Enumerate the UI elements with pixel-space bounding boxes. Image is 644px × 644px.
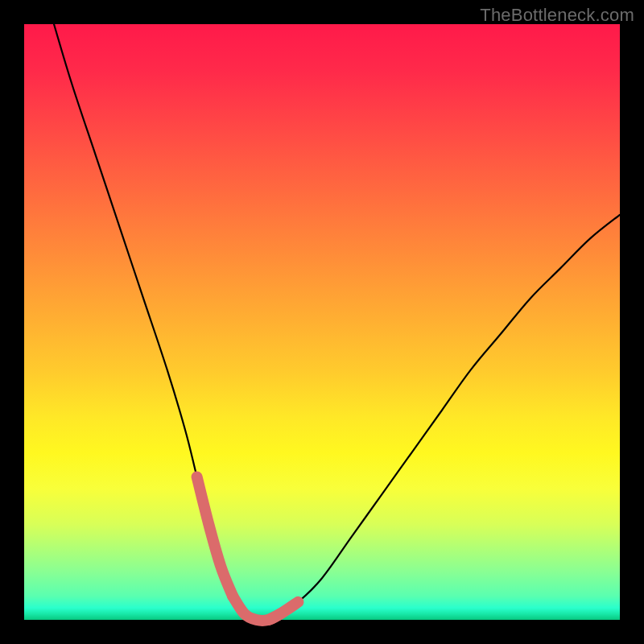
watermark-text: TheBottleneck.com [480, 5, 634, 26]
highlight-left-slope [197, 477, 233, 596]
curve-svg [24, 24, 620, 620]
bottleneck-curve [54, 24, 620, 621]
highlight-right-slope [268, 602, 298, 620]
